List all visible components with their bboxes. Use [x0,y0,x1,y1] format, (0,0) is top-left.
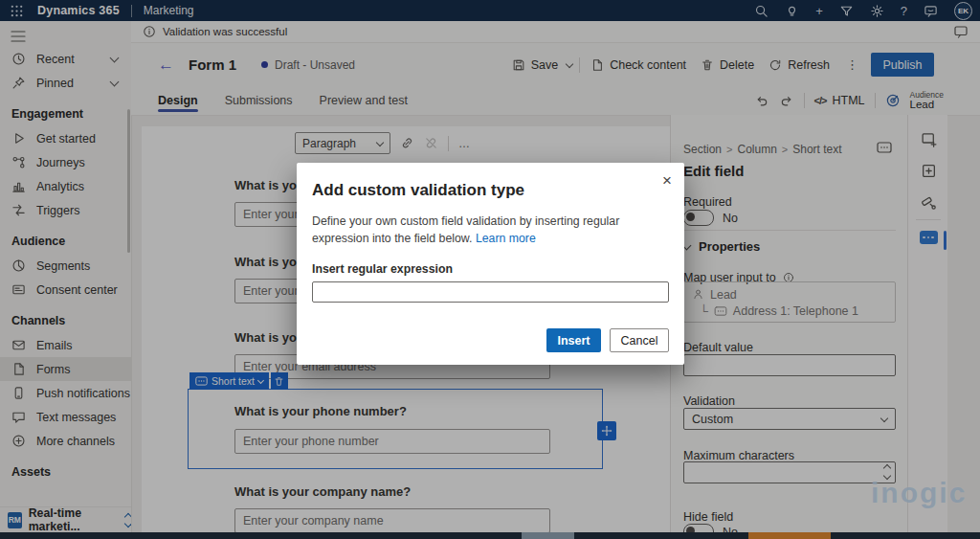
sidebar-item-forms[interactable]: Forms [0,357,131,381]
back-arrow-icon[interactable]: ← [158,56,174,73]
check-content-button[interactable]: Check content [587,55,690,76]
publish-button[interactable]: Publish [871,53,934,77]
save-button[interactable]: Save [508,55,563,76]
sidebar-item-consent-center[interactable]: Consent center [0,278,131,302]
sidebar-scrollbar[interactable] [127,109,130,253]
sidebar-item-triggers[interactable]: Triggers [0,198,131,222]
scrollbar-orange-segment [748,532,831,539]
notification-bar: Validation was successful [131,21,980,43]
undo-icon[interactable] [754,94,769,108]
mapped-entity: Lead [692,286,887,303]
delete-button[interactable]: Delete [697,55,758,76]
tab-design[interactable]: Design [158,86,198,115]
sidebar-item-push-notifications[interactable]: Push notifications [0,381,131,405]
chevron-down-icon [257,376,264,383]
rail-selection-indicator [944,231,947,250]
field-input[interactable] [234,508,550,533]
tab-submissions[interactable]: Submissions [225,86,293,115]
field-properties-icon[interactable] [908,225,948,250]
pin-icon [11,76,26,90]
envelope-icon [11,338,26,352]
app-title[interactable]: Dynamics 365 [37,4,120,17]
field-label[interactable]: What is your phone number? [234,404,407,418]
help-icon[interactable]: ? [901,5,907,17]
tab-preview-and-test[interactable]: Preview and test [320,86,408,115]
switch-area-icon[interactable] [125,514,131,527]
breadcrumb-short-text[interactable]: Short text [792,143,841,156]
more-formatting-button[interactable]: … [458,137,471,150]
unlink-icon[interactable] [424,136,438,150]
field-label[interactable]: What is your company name? [234,484,411,499]
feedback-icon[interactable] [924,4,938,18]
short-text-chip[interactable]: Short text [189,372,269,390]
regex-input[interactable] [312,281,669,303]
sidebar-item-more-channels[interactable]: More channels [0,429,131,453]
waffle-icon[interactable] [10,4,24,18]
more-commands-button[interactable]: ⋮ [840,57,864,72]
required-toggle[interactable]: No [683,210,738,226]
comments-icon[interactable] [953,24,969,39]
delete-field-button[interactable] [271,372,288,390]
default-value-label: Default value [683,341,753,354]
chevron-down-icon[interactable] [110,54,120,63]
add-section-icon[interactable] [908,158,948,183]
sidebar-item-pinned[interactable]: Pinned [0,71,131,95]
refresh-button[interactable]: Refresh [765,55,834,76]
sidebar-item-segments[interactable]: Segments [0,254,131,278]
save-split-chevron-icon[interactable] [566,59,573,67]
paragraph-style-select[interactable]: Paragraph [295,132,390,154]
area-switcher[interactable]: RM Real-time marketi... [0,506,131,532]
validation-select[interactable]: Custom [683,408,896,430]
scrollbar-thumb[interactable] [522,532,574,539]
html-button[interactable]: HTML [833,94,865,107]
status-dot [261,61,268,68]
field-type-icon [877,142,892,153]
add-custom-validation-dialog: Add custom validation type × Define your… [297,163,684,365]
code-icon[interactable]: </> [814,95,827,106]
area-title[interactable]: Marketing [144,4,194,17]
breadcrumb: Section > Column > Short text [683,143,842,156]
settings-gear-icon[interactable] [870,4,884,18]
chevron-down-icon[interactable] [110,78,120,87]
breadcrumb-section[interactable]: Section [683,143,722,156]
notification-message: Validation was successful [163,26,287,37]
user-avatar[interactable]: EK [954,2,972,20]
sidebar-item-text-messages[interactable]: Text messages [0,405,131,429]
add-icon[interactable]: + [815,5,823,17]
dialog-buttons: Insert Cancel [546,328,669,352]
breadcrumb-column[interactable]: Column [737,143,776,156]
sidebar-item-emails[interactable]: Emails [0,333,131,357]
learn-more-link[interactable]: Learn more [476,232,536,245]
cancel-button[interactable]: Cancel [610,328,669,352]
insert-button[interactable]: Insert [546,328,601,352]
text-format-toolbar: Paragraph … [295,132,471,154]
sidebar-section-audience: Audience [0,235,131,248]
sidebar-item-journeys[interactable]: Journeys [0,150,131,174]
theme-styles-icon[interactable] [908,190,948,214]
tab-strip: Design Submissions Preview and test </> … [131,86,980,116]
sidebar-section-assets: Assets [0,465,131,479]
bottom-scrollbar[interactable] [0,532,980,539]
field-input[interactable] [234,429,550,454]
sidebar-item-recent[interactable]: Recent [0,47,131,71]
default-value-input[interactable] [683,354,896,376]
maximum-characters-input[interactable] [683,461,896,483]
editor-tools: </> HTML Audience Lead [754,86,944,115]
plus-circle-icon [11,434,26,448]
properties-section-header[interactable]: Properties [683,239,760,254]
validation-label: Validation [683,394,735,408]
add-element-icon[interactable] [908,126,948,151]
search-icon[interactable] [754,4,768,18]
link-icon[interactable] [400,136,414,150]
close-icon[interactable]: × [662,172,672,189]
hamburger-menu-icon[interactable] [0,21,131,47]
sidebar-item-analytics[interactable]: Analytics [0,174,131,198]
filter-icon[interactable] [839,4,854,18]
audience-indicator[interactable]: Audience Lead [910,91,944,111]
sidebar-item-get-started[interactable]: Get started [0,126,131,150]
lightbulb-icon[interactable] [785,4,799,18]
move-field-handle[interactable] [597,421,616,440]
redo-icon[interactable] [779,94,794,108]
mapped-attribute: └ Address 1: Telephone 1 [692,303,887,319]
audience-target-icon[interactable] [885,93,901,108]
